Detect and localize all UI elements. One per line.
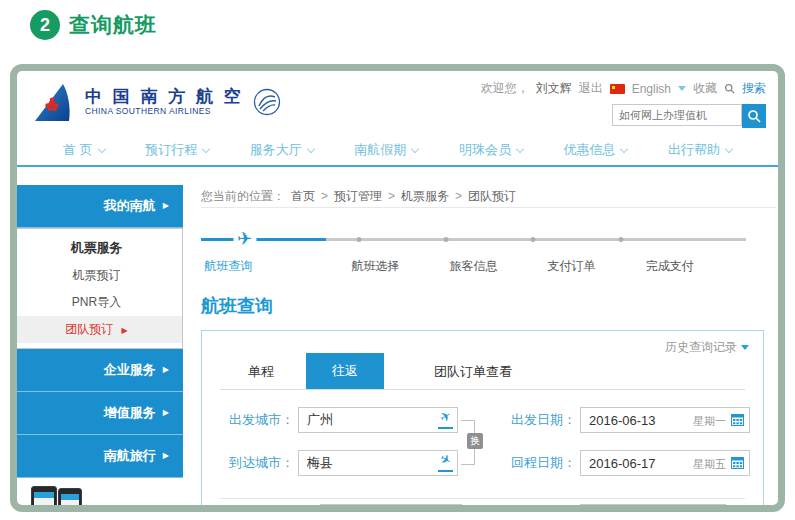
breadcrumb-separator: > [388, 185, 395, 207]
nav-item-travel-help[interactable]: 出行帮助 [668, 141, 732, 159]
breadcrumb-prefix: 您当前的位置： [201, 185, 285, 207]
brand-name-en: CHINA SOUTHERN AIRLINES [85, 107, 244, 117]
sidebar-item-label: 我的南航 [104, 197, 156, 215]
sidebar-item-label: 企业服务 [104, 361, 156, 379]
flyout-item-pnr-import[interactable]: PNR导入 [11, 289, 182, 316]
breadcrumb-separator: > [455, 185, 462, 207]
calendar-icon[interactable] [731, 457, 744, 469]
nav-item-booking[interactable]: 预订行程 [145, 141, 209, 159]
chevron-down-icon [97, 144, 105, 152]
city-fields: 出发城市： ✈ 到达城市： [220, 406, 458, 492]
depart-city-row: 出发城市： ✈ [220, 406, 458, 434]
tab-one-way[interactable]: 单程 [230, 355, 292, 389]
search-button[interactable] [742, 104, 766, 128]
runway-bar [438, 427, 453, 429]
logout-link[interactable]: 退出 [579, 80, 603, 97]
plane-landing-icon: ✈ [440, 453, 451, 466]
flyout-item-ticket-booking[interactable]: 机票预订 [11, 262, 182, 289]
nav-item-service-hall[interactable]: 服务大厅 [250, 141, 314, 159]
form-divider [220, 498, 745, 499]
step-number-badge: 2 [30, 10, 60, 40]
search-icon [747, 109, 761, 123]
step-dot [444, 237, 449, 242]
sidebar-item-my-csair[interactable]: 我的南航 ▶ [17, 185, 183, 228]
flyout-item-group-booking[interactable]: 团队预订 ▶ [11, 316, 182, 343]
arrow-right-icon: ▶ [163, 366, 169, 374]
breadcrumb-group-booking[interactable]: 团队预订 [468, 185, 516, 207]
site-header: 中 国 南 方 航 空 CHINA SOUTHERN AIRLINES 欢迎您，… [17, 71, 778, 135]
swap-cities-button[interactable]: 换 [467, 433, 483, 449]
step-flight-select: 航班选择 [351, 258, 399, 275]
main-content: 您当前的位置： 首页 > 预订管理 > 机票服务 > 团队预订 ✈ 航班查询 航… [183, 185, 778, 512]
chevron-down-icon [620, 144, 628, 152]
clipped-form-row [220, 504, 745, 512]
runway-bar [438, 470, 453, 472]
return-date-row: 回程日期： 2016-06-17 星期五 [502, 449, 750, 477]
search-input[interactable] [612, 104, 742, 126]
depart-city-input[interactable] [298, 407, 458, 433]
clipped-input[interactable] [320, 504, 462, 512]
depart-weekday: 星期一 [693, 414, 726, 429]
flyout-item-label: 团队预订 [65, 322, 113, 336]
favorites-link[interactable]: 收藏 [693, 80, 717, 97]
caret-down-icon[interactable] [678, 86, 686, 91]
nav-label: 明珠会员 [459, 141, 511, 159]
breadcrumb-home[interactable]: 首页 [291, 185, 315, 207]
page-title: 航班查询 [201, 294, 778, 318]
nav-label: 首 页 [63, 141, 93, 159]
depart-date-input[interactable]: 2016-06-13 星期一 [580, 407, 750, 433]
csair-logo[interactable]: 中 国 南 方 航 空 CHINA SOUTHERN AIRLINES [31, 81, 282, 123]
sidebar-item-label: 增值服务 [104, 404, 156, 422]
sidebar-item-value-added[interactable]: 增值服务 ▶ [17, 392, 183, 435]
step-flight-query: 航班查询 [204, 258, 252, 275]
progress-track-done [201, 238, 326, 241]
arrive-city-row: 到达城市： ✈ [220, 449, 458, 477]
step-payment-done: 完成支付 [646, 258, 694, 275]
step-dot [357, 237, 362, 242]
nav-label: 预订行程 [145, 141, 197, 159]
history-query-link[interactable]: 历史查询记录 [665, 339, 749, 356]
breadcrumb-ticket-service[interactable]: 机票服务 [401, 185, 449, 207]
return-weekday: 星期五 [693, 457, 726, 472]
breadcrumb-booking-mgmt[interactable]: 预订管理 [334, 185, 382, 207]
step-dot [618, 237, 623, 242]
depart-date-label: 出发日期： [502, 411, 576, 429]
calendar-icon[interactable] [731, 414, 744, 426]
clipped-input[interactable] [580, 504, 726, 512]
chevron-down-icon [725, 144, 733, 152]
app-promo-banner[interactable] [17, 482, 183, 512]
nav-item-home[interactable]: 首 页 [63, 141, 105, 159]
step-pay-order: 支付订单 [548, 258, 596, 275]
nav-item-promotions[interactable]: 优惠信息 [563, 141, 627, 159]
language-switch[interactable]: English [632, 82, 671, 96]
arrow-right-icon: ▶ [122, 326, 128, 335]
brand-text: 中 国 南 方 航 空 CHINA SOUTHERN AIRLINES [85, 87, 244, 116]
phone-mockup [31, 486, 57, 512]
tab-group-orders[interactable]: 团队订单查看 [416, 355, 530, 389]
utility-bar: 欢迎您， 刘文辉 退出 English 收藏 搜索 [481, 80, 766, 97]
sidebar-item-travel[interactable]: 南航旅行 ▶ [17, 435, 183, 478]
header-search [481, 104, 766, 128]
query-form: 出发城市： ✈ 到达城市： [220, 406, 745, 492]
arrive-city-wrap: ✈ [298, 450, 458, 476]
return-date-input[interactable]: 2016-06-17 星期五 [580, 450, 750, 476]
nav-item-holidays[interactable]: 南航假期 [354, 141, 418, 159]
return-date-value: 2016-06-17 [589, 456, 656, 471]
step-passenger-info: 旅客信息 [450, 258, 498, 275]
arrow-right-icon: ▶ [163, 452, 169, 460]
nav-label: 服务大厅 [250, 141, 302, 159]
tab-round-trip[interactable]: 往返 [306, 353, 384, 389]
sidebar-item-corporate[interactable]: 企业服务 ▶ [17, 349, 183, 392]
phone-screen [61, 494, 79, 512]
search-link[interactable]: 搜索 [742, 80, 766, 97]
username-link[interactable]: 刘文辉 [536, 80, 572, 97]
welcome-text: 欢迎您， [481, 80, 529, 97]
depart-date-row: 出发日期： 2016-06-13 星期一 [502, 406, 750, 434]
arrive-city-input[interactable] [298, 450, 458, 476]
arrow-right-icon: ▶ [163, 202, 169, 210]
skyteam-logo-icon [252, 87, 282, 117]
phone-screen [34, 492, 54, 512]
tailfin-logo-icon [31, 81, 77, 123]
history-query-label: 历史查询记录 [665, 339, 737, 356]
nav-item-pearl-member[interactable]: 明珠会员 [459, 141, 523, 159]
